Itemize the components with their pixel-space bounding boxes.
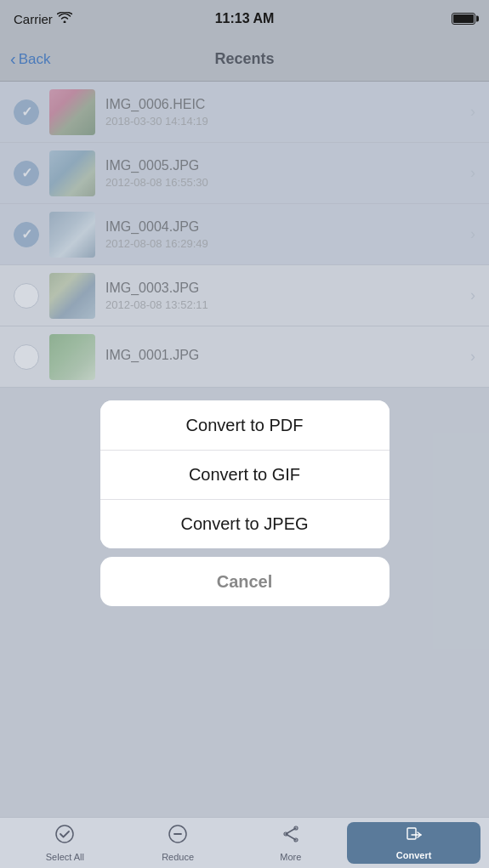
convert-to-jpeg-button[interactable]: Convert to JPEG [100, 499, 389, 548]
svg-rect-5 [407, 828, 416, 839]
reduce-label: Reduce [162, 852, 194, 862]
status-time: 11:13 AM [215, 11, 275, 26]
convert-icon [405, 825, 424, 848]
svg-point-0 [56, 825, 73, 842]
more-label: More [280, 852, 301, 862]
select-all-label: Select All [46, 852, 84, 862]
wifi-icon [57, 12, 72, 26]
convert-to-gif-button[interactable]: Convert to GIF [100, 450, 389, 499]
battery-icon [452, 13, 475, 25]
more-button[interactable]: More [235, 824, 348, 862]
status-bar: Carrier 11:13 AM [0, 0, 489, 37]
convert-to-pdf-button[interactable]: Convert to PDF [100, 400, 389, 450]
action-sheet: Convert to PDF Convert to GIF Convert to… [100, 400, 389, 606]
select-all-icon [54, 824, 75, 849]
file-list-area: IMG_0006.HEIC 2018-03-30 14:14:19 › IMG_… [0, 82, 489, 817]
reduce-button[interactable]: Reduce [122, 824, 235, 862]
cancel-button[interactable]: Cancel [100, 557, 389, 606]
reduce-icon [168, 824, 188, 849]
bottom-toolbar: Select All Reduce More [0, 817, 489, 868]
more-icon [281, 824, 301, 849]
action-sheet-main: Convert to PDF Convert to GIF Convert to… [100, 400, 389, 548]
back-chevron-icon: ‹ [10, 49, 16, 69]
battery-indicator [452, 13, 475, 25]
carrier-label: Carrier [14, 12, 72, 26]
convert-button[interactable]: Convert [347, 822, 480, 864]
back-button[interactable]: ‹ Back [10, 50, 50, 69]
nav-bar: ‹ Back Recents [0, 37, 489, 82]
back-label: Back [19, 51, 51, 68]
page-title: Recents [214, 50, 274, 68]
convert-label: Convert [396, 850, 432, 860]
select-all-button[interactable]: Select All [9, 824, 122, 862]
